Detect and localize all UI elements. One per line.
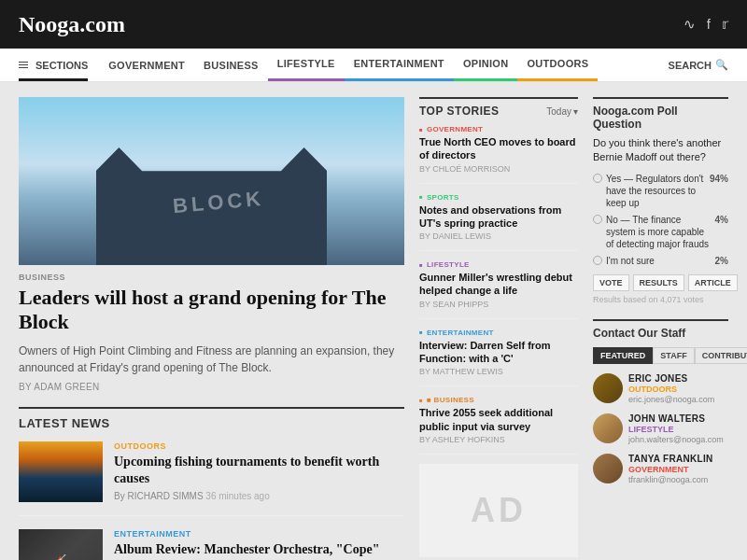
poll-option-3: I'm not sure 2% xyxy=(593,255,728,267)
story-title[interactable]: Interview: Darren Self from Function: wi… xyxy=(419,339,578,366)
staff-email-3[interactable]: tfranklin@nooga.com xyxy=(628,475,728,484)
rss-icon[interactable]: ∿ xyxy=(684,16,696,33)
story-byline: By SEAN PHIPPS xyxy=(419,300,578,309)
poll-option-label-1: Yes — Regulators don't have the resource… xyxy=(606,173,706,209)
poll-section: Nooga.com Poll Question Do you think the… xyxy=(593,97,728,304)
results-button[interactable]: RESULTS xyxy=(633,274,684,291)
top-stories-header: Top Stories Today ▾ xyxy=(419,97,578,118)
news-category-2: ENTERTAINMENT xyxy=(114,529,404,539)
news-content-2: ENTERTAINMENT Album Review: Manchester O… xyxy=(114,529,404,560)
poll-pct-1: 94% xyxy=(710,173,728,185)
story-byline: By MATTHEW LEWIS xyxy=(419,367,578,376)
poll-buttons: VOTE RESULTS ARTICLE xyxy=(593,274,728,291)
chevron-down-icon: ▾ xyxy=(573,106,578,117)
nav-item-government[interactable]: GOVERNMENT xyxy=(99,49,194,81)
staff-dept-3: GOVERNMENT xyxy=(628,465,728,474)
twitter-icon[interactable]: 𝕣 xyxy=(722,16,728,33)
news-item: OUTDOORS Upcoming fishing tournaments to… xyxy=(19,441,404,516)
content-area: BUSINESS Leaders will host a grand openi… xyxy=(0,82,747,560)
article-button[interactable]: ARTICLE xyxy=(688,274,738,291)
staff-tabs: FEATURED STAFF CONTRIBUTORS xyxy=(593,347,728,364)
news-content-1: OUTDOORS Upcoming fishing tournaments to… xyxy=(114,441,404,502)
avatar-tanya-franklin xyxy=(593,454,623,483)
story-byline: By DANIEL LEWIS xyxy=(419,231,578,241)
site-header: Nooga.com ∿ f 𝕣 xyxy=(0,0,747,49)
staff-info-1: ERIC JONES OUTDOORS eric.jones@nooga.com xyxy=(628,373,728,404)
tab-featured[interactable]: FEATURED xyxy=(593,347,653,364)
nav-item-opinion[interactable]: OPINION xyxy=(454,49,518,81)
nav-item-entertainment[interactable]: ENTERTAINMENT xyxy=(345,49,454,81)
avatar-john-walters xyxy=(593,413,623,443)
story-byline: By ASHLEY HOFKINS xyxy=(419,435,578,444)
story-title[interactable]: Thrive 2055 seek additional public input… xyxy=(419,406,578,433)
nav-sections-menu[interactable]: SECTIONS xyxy=(19,49,88,81)
poll-header: Nooga.com Poll Question xyxy=(593,97,728,131)
hamburger-icon xyxy=(19,62,28,68)
story-title[interactable]: Gunner Miller's wrestling debut helped c… xyxy=(419,271,578,298)
advertisement-box: AD xyxy=(419,464,578,557)
staff-email-2[interactable]: john.walters@nooga.com xyxy=(628,435,728,444)
fishing-thumbnail xyxy=(19,441,103,502)
avatar-eric-jones xyxy=(593,373,623,403)
poll-question: Do you think there's another Bernie Mado… xyxy=(593,136,728,165)
story-byline: By CHLOÉ MORRISON xyxy=(419,164,578,174)
nav-item-outdoors[interactable]: OUTDOORS xyxy=(517,49,598,81)
middle-column: Top Stories Today ▾ GOVERNMENT True Nort… xyxy=(419,97,578,560)
search-icon: 🔍 xyxy=(715,59,728,71)
poll-radio-2[interactable] xyxy=(593,215,602,224)
staff-header: Contact Our Staff xyxy=(593,319,728,340)
band-thumbnail: 🎸 xyxy=(19,529,103,560)
nav-item-lifestyle[interactable]: LIFESTYLE xyxy=(268,49,345,81)
staff-member-2: JOHN WALTERS LIFESTYLE john.walters@noog… xyxy=(593,413,728,444)
news-title-1[interactable]: Upcoming fishing tournaments to benefit … xyxy=(114,454,404,487)
news-item: 🎸 ENTERTAINMENT Album Review: Manchester… xyxy=(19,529,404,560)
staff-info-3: TANYA FRANKLIN GOVERNMENT tfranklin@noog… xyxy=(628,454,728,484)
latest-news-heading: Latest News xyxy=(19,407,404,430)
story-category: GOVERNMENT xyxy=(419,125,578,133)
nav-search[interactable]: SEARCH 🔍 xyxy=(669,59,728,71)
poll-radio-3[interactable] xyxy=(593,256,602,265)
vote-button[interactable]: VOTE xyxy=(593,274,629,291)
story-category: ■ BUSINESS xyxy=(419,396,578,404)
story-title[interactable]: Notes and observations from UT's spring … xyxy=(419,203,578,231)
tab-contributors[interactable]: CONTRIBUTORS xyxy=(695,347,747,364)
site-logo[interactable]: Nooga.com xyxy=(19,12,125,37)
story-title[interactable]: True North CEO moves to board of directo… xyxy=(419,135,578,162)
story-item: SPORTS Notes and observations from UT's … xyxy=(419,193,578,252)
story-item: ■ BUSINESS Thrive 2055 seek additional p… xyxy=(419,396,578,455)
staff-email-1[interactable]: eric.jones@nooga.com xyxy=(628,395,728,404)
staff-member-1: ERIC JONES OUTDOORS eric.jones@nooga.com xyxy=(593,373,728,404)
staff-dept-1: OUTDOORS xyxy=(628,385,728,394)
story-category: LIFESTYLE xyxy=(419,260,578,269)
staff-member-3: TANYA FRANKLIN GOVERNMENT tfranklin@noog… xyxy=(593,454,728,484)
poll-pct-2: 4% xyxy=(715,214,728,226)
poll-option-label-2: No — The finance system is more capable … xyxy=(606,214,712,250)
main-nav: SECTIONS GOVERNMENT BUSINESS LIFESTYLE E… xyxy=(0,49,747,82)
staff-section: Contact Our Staff FEATURED STAFF CONTRIB… xyxy=(593,319,728,484)
poll-option-2: No — The finance system is more capable … xyxy=(593,214,728,250)
staff-info-2: JOHN WALTERS LIFESTYLE john.walters@noog… xyxy=(628,413,728,444)
featured-title[interactable]: Leaders will host a grand opening for Th… xyxy=(19,286,404,335)
facebook-icon[interactable]: f xyxy=(707,16,711,33)
nav-item-business[interactable]: BUSINESS xyxy=(194,49,268,81)
poll-pct-3: 2% xyxy=(715,255,728,267)
news-byline-1: By RICHARD SIMMS 36 minutes ago xyxy=(114,491,404,501)
staff-name-1: ERIC JONES xyxy=(628,373,728,384)
poll-radio-1[interactable] xyxy=(593,174,602,183)
staff-name-2: JOHN WALTERS xyxy=(628,413,728,424)
tab-staff[interactable]: STAFF xyxy=(653,347,694,364)
featured-category: BUSINESS xyxy=(19,273,404,282)
left-column: BUSINESS Leaders will host a grand openi… xyxy=(19,97,404,560)
poll-meta: Results based on 4,071 votes xyxy=(593,295,728,304)
top-stories-label: Top Stories xyxy=(419,105,500,118)
news-thumb-2: 🎸 xyxy=(19,529,103,560)
sections-label: SECTIONS xyxy=(35,60,88,71)
news-thumb-1 xyxy=(19,441,103,502)
header-social-icons: ∿ f 𝕣 xyxy=(684,16,728,33)
story-item: GOVERNMENT True North CEO moves to board… xyxy=(419,125,578,184)
today-dropdown[interactable]: Today ▾ xyxy=(546,106,578,117)
story-category: ENTERTAINMENT xyxy=(419,329,578,337)
featured-byline: By ADAM GREEN xyxy=(19,382,404,392)
featured-excerpt: Owners of High Point Climbing and Fitnes… xyxy=(19,343,404,376)
news-title-2[interactable]: Album Review: Manchester Orchestra, "Cop… xyxy=(114,541,404,558)
